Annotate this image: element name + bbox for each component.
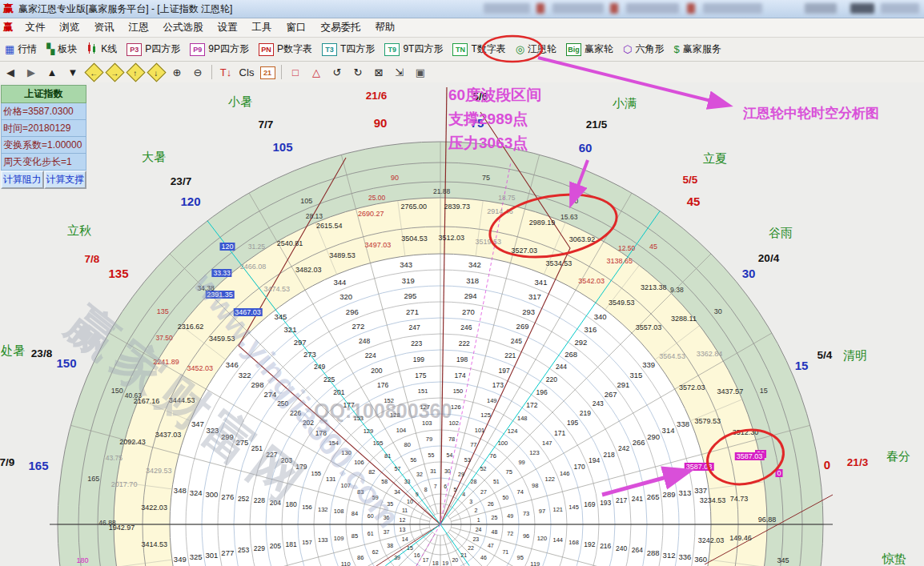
wheel-rim-label: 120 (180, 195, 200, 208)
toolbar-button-pan-up[interactable]: ↑ (125, 65, 146, 80)
toolbar-button-pan-right[interactable]: → (104, 65, 125, 80)
wheel-number: 9 (416, 491, 419, 496)
toolbar-button-pan-left[interactable]: ← (83, 65, 104, 80)
toolbar-button-quote-grid[interactable]: ▦行情 (0, 41, 42, 58)
wheel-number: 245 (511, 337, 522, 345)
wheel-rim-label: 21/5 (586, 118, 607, 130)
toolbar-button-tn-badge[interactable]: TNT数字表 (448, 41, 510, 58)
wheel-price-inner: 3504.53 (401, 235, 428, 243)
menu-item-7[interactable]: 工具 (245, 19, 279, 36)
note-title: 江恩轮中轮时空分析图 (743, 104, 879, 122)
wheel-number: 220 (546, 375, 557, 383)
toolbar-button-service[interactable]: $赢家服务 (669, 41, 725, 58)
gann-wheel-chart[interactable]: 1234567891011121314151617181920212223242… (0, 82, 924, 566)
wheel-number: 196 (536, 388, 548, 396)
wheel-number: 248 (359, 337, 370, 345)
toolbar-button-compress[interactable]: ⇲ (389, 66, 410, 79)
toolbar-button-t3-badge[interactable]: T3T四方形 (317, 41, 380, 58)
menu-item-9[interactable]: 交易委托 (314, 19, 368, 36)
toolbar-separator (211, 65, 212, 79)
service-icon: $ (673, 43, 679, 55)
toolbar-button-draw-rect[interactable]: □ (285, 66, 306, 79)
wheel-degree: 15 (760, 387, 768, 395)
wheel-number: 32 (416, 472, 423, 477)
wheel-price-inner: 3452.03 (187, 364, 213, 372)
menu-item-4[interactable]: 江恩 (122, 19, 156, 36)
wheel-number: 133 (318, 536, 328, 544)
wheel-number: 301 (206, 550, 219, 559)
toolbar-button-calendar-21[interactable]: 21 (257, 65, 278, 80)
toolbar-button-rotate-cw[interactable]: ↻ (348, 66, 368, 79)
calc-support-button[interactable]: 计算支撑 (44, 171, 87, 189)
toolbar-button-winner-wheel[interactable]: Big赢家轮 (561, 41, 618, 58)
wheel-number: 274 (263, 389, 276, 398)
panel-row-2: 时间=20180129 (1, 120, 86, 137)
calendar-21-icon: 21 (260, 66, 275, 79)
wheel-number: 75 (506, 468, 512, 476)
obscured-region (610, 3, 618, 14)
wheel-degree: 135 (157, 307, 169, 315)
wheel-number: 60 (368, 512, 374, 518)
wheel-number: 340 (594, 311, 607, 320)
toolbar-button-arrow-down[interactable]: ▼ (62, 66, 83, 79)
menu-item-3[interactable]: 资讯 (87, 19, 122, 36)
wheel-number: 31 (430, 468, 436, 473)
calc-resistance-button[interactable]: 计算阻力 (1, 171, 44, 189)
toolbar-button-cls-button[interactable]: Cls (236, 66, 257, 79)
wheel-number: 314 (662, 426, 675, 435)
toolbar-button-arrow-up[interactable]: ▲ (42, 66, 62, 79)
wheel-rim-label: 处暑 (1, 343, 25, 359)
wheel-extra-label: 3234.53 (700, 496, 726, 504)
wheel-degree: 120 (219, 243, 235, 251)
toolbar-button-zoom-out[interactable]: ⊖ (187, 66, 208, 79)
wheel-number: 291 (617, 379, 630, 388)
toolbar-button-gann-wheel[interactable]: ◎江恩轮 (511, 41, 561, 58)
toolbar-button-t9-badge[interactable]: T99T四方形 (380, 41, 448, 58)
toolbar-button-p9-badge[interactable]: P99P四方形 (185, 41, 254, 58)
wheel-number: 7 (434, 484, 437, 489)
wheel-price-outer: 1942.97 (109, 524, 135, 532)
wheel-rim-label: 60 (579, 141, 593, 155)
toolbar-button-sector-blocks[interactable]: ▚板块 (42, 41, 82, 58)
toolbar-button-pn-badge[interactable]: PNP数字表 (254, 41, 317, 58)
toolbar-button-arrow-right[interactable]: ▶ (21, 66, 42, 79)
wheel-price-outer: 3288.11 (671, 315, 697, 323)
toolbar-button-pan-down[interactable]: ↓ (146, 65, 167, 80)
wheel-number: 149 (487, 396, 497, 403)
wheel-number: 80 (404, 441, 410, 448)
toolbar-button-presentation[interactable]: ▣ (410, 66, 431, 79)
wheel-number: 97 (539, 508, 545, 515)
toolbar-button-draw-triangle[interactable]: △ (306, 66, 327, 79)
menu-item-5[interactable]: 公式选股 (156, 19, 211, 36)
wheel-price-inner: 3497.03 (365, 241, 392, 249)
toolbar-button-zoom-in[interactable]: ⊕ (167, 66, 187, 79)
toolbar-button-expand[interactable]: ⊠ (368, 66, 389, 79)
toolbar-button-p3-badge[interactable]: P3P四方形 (122, 41, 185, 58)
wheel-number: 270 (462, 307, 475, 316)
wheel-number: 181 (286, 540, 297, 548)
toolbar-button-candlestick[interactable]: K线 (82, 41, 122, 58)
wheel-price-outer: 3213.38 (641, 283, 667, 291)
wheel-price-outer: 2615.54 (316, 222, 343, 230)
menu-item-2[interactable]: 浏览 (53, 19, 87, 36)
wheel-rim-label: 150 (56, 356, 76, 370)
menu-item-10[interactable]: 帮助 (368, 19, 403, 36)
wheel-number: 313 (678, 488, 691, 496)
menu-item-8[interactable]: 窗口 (279, 19, 314, 36)
toolbar-separator (281, 65, 282, 79)
menu-item-6[interactable]: 设置 (211, 19, 245, 36)
wheel-number: 74 (517, 488, 524, 495)
wheel-rim-label: 5/5 (683, 174, 698, 186)
toolbar-button-rotate-ccw[interactable]: ↺ (327, 66, 348, 79)
toolbar-button-t-updown[interactable]: T↓ (215, 66, 236, 79)
wheel-number: 250 (277, 399, 288, 407)
menu-item-1[interactable]: 文件 (18, 19, 53, 36)
toolbar-button-arrow-left[interactable]: ◀ (0, 66, 21, 79)
wheel-number: 269 (516, 322, 529, 331)
title-bar: 赢 赢家江恩专业版[赢家服务平台] - [上证指数 江恩轮] (0, 0, 924, 18)
wheel-number: 170 (574, 463, 585, 471)
wheel-number: 294 (464, 291, 477, 300)
toolbar-button-hexagon[interactable]: ⬡六角形 (618, 41, 669, 58)
wheel-number: 34 (394, 488, 400, 494)
wheel-number: 227 (266, 451, 277, 459)
